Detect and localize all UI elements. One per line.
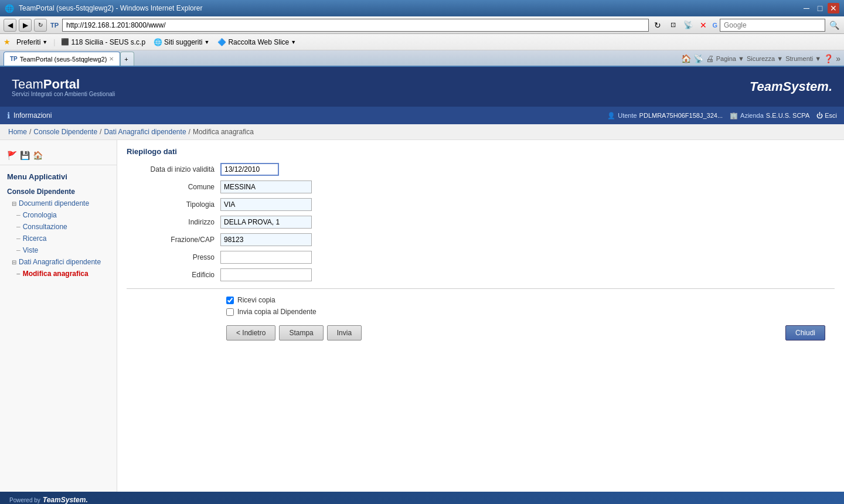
sidebar-modifica-anagrafica[interactable]: – Modifica anagrafica bbox=[0, 268, 117, 280]
input-indirizzo[interactable] bbox=[220, 216, 312, 229]
logout-button[interactable]: ⏻ Esci bbox=[816, 112, 837, 119]
rss-button[interactable]: 📡 bbox=[682, 19, 695, 32]
company-info: 🏢 Azienda S.E.U.S. SCPA bbox=[730, 112, 809, 120]
dash-icon-5: – bbox=[16, 270, 21, 278]
refresh-address-button[interactable]: ↻ bbox=[651, 19, 664, 32]
form-row-data-inizio: Data di inizio validità bbox=[127, 163, 835, 176]
breadcrumb-console[interactable]: Console Dipendente bbox=[33, 128, 97, 136]
breadcrumb-sep-2: / bbox=[100, 128, 101, 136]
back-button-form[interactable]: < Indietro bbox=[226, 325, 275, 340]
ie-favicon: 🌐 bbox=[5, 4, 14, 13]
footer-logo: Powered by TeamSystem. bbox=[9, 496, 88, 504]
main-tab[interactable]: TP TeamPortal (seus-5stqglewg2) ✕ bbox=[4, 52, 120, 66]
sidebar-consultazione[interactable]: – Consultazione bbox=[0, 221, 117, 233]
dash-icon-3: – bbox=[16, 234, 21, 243]
tools-menu-icon[interactable]: Strumenti ▼ bbox=[785, 55, 821, 62]
logout-icon: ⏻ bbox=[816, 112, 823, 119]
browser-titlebar: 🌐 TeamPortal (seus-5stqglewg2) - Windows… bbox=[0, 0, 844, 16]
sidebar-save-icon[interactable]: 💾 bbox=[19, 149, 30, 161]
close-window-button[interactable]: ✕ bbox=[828, 3, 839, 13]
info-icon: ℹ bbox=[7, 111, 10, 120]
close-button[interactable]: Chiudi bbox=[785, 325, 825, 340]
tab-bar: TP TeamPortal (seus-5stqglewg2) ✕ + 🏠 📡 … bbox=[0, 50, 844, 67]
minimize-button[interactable]: ─ bbox=[801, 3, 812, 13]
home-tab-icon[interactable]: 🏠 bbox=[681, 54, 691, 63]
input-data-inizio[interactable] bbox=[220, 163, 279, 176]
form-row-comune: Comune bbox=[127, 181, 835, 193]
stop-button[interactable]: ✕ bbox=[697, 19, 710, 32]
breadcrumb-current: Modifica anagrafica bbox=[193, 128, 254, 136]
label-ricevi-copia[interactable]: Ricevi copia bbox=[237, 296, 275, 304]
logout-label: Esci bbox=[825, 112, 837, 119]
fav-raccolta-web[interactable]: 🔷 Raccolta Web Slice ▼ bbox=[215, 37, 298, 47]
dash-icon-2: – bbox=[16, 223, 21, 231]
fav-118-sicilia[interactable]: ⬛ 118 Sicilia - SEUS s.c.p bbox=[59, 37, 148, 47]
info-label: Informazioni bbox=[13, 111, 52, 120]
expand-dati-icon: ⊟ bbox=[12, 259, 16, 265]
sidebar-console-dipendente[interactable]: Console Dipendente bbox=[0, 186, 117, 197]
button-left-group: < Indietro Stampa Invia bbox=[127, 325, 362, 340]
favorites-bar: ★ Preferiti ▼ | ⬛ 118 Sicilia - SEUS s.c… bbox=[0, 34, 844, 50]
sidebar-viste[interactable]: – Viste bbox=[0, 244, 117, 256]
new-tab-button[interactable]: + bbox=[120, 52, 134, 66]
breadcrumb-bar: Home / Console Dipendente / Dati Anagraf… bbox=[0, 124, 844, 140]
form-row-edificio: Edificio bbox=[127, 268, 835, 281]
input-edificio[interactable] bbox=[220, 268, 312, 281]
google-favicon: G bbox=[712, 22, 717, 29]
help-icon[interactable]: ❓ bbox=[823, 54, 833, 63]
sidebar-cronologia[interactable]: – Cronologia bbox=[0, 209, 117, 221]
fav-icon-1: ⬛ bbox=[61, 38, 69, 46]
sidebar-ricerca[interactable]: – Ricerca bbox=[0, 233, 117, 244]
input-frazione[interactable] bbox=[220, 233, 312, 246]
search-go-button[interactable]: 🔍 bbox=[828, 19, 840, 32]
security-menu-icon[interactable]: Sicurezza ▼ bbox=[747, 55, 783, 62]
label-frazione: Frazione/CAP bbox=[127, 236, 220, 244]
rss-tab-icon[interactable]: 📡 bbox=[693, 54, 703, 63]
form-separator bbox=[127, 288, 835, 289]
tab-close-icon[interactable]: ✕ bbox=[109, 56, 114, 62]
page-menu-icon[interactable]: Pagina ▼ bbox=[716, 55, 744, 62]
address-bar[interactable] bbox=[62, 19, 649, 32]
tab-label: TeamPortal (seus-5stqglewg2) bbox=[20, 56, 107, 63]
checkbox-ricevi-copia[interactable] bbox=[226, 297, 234, 304]
sidebar-documenti[interactable]: ⊟ Documenti dipendente bbox=[0, 197, 117, 209]
divider-1: | bbox=[53, 38, 55, 46]
app-logo: TeamPortal bbox=[12, 77, 115, 92]
refresh-button[interactable]: ↻ bbox=[34, 19, 47, 32]
print-button[interactable]: Stampa bbox=[279, 325, 323, 340]
company-label: Azienda bbox=[740, 112, 764, 119]
send-button[interactable]: Invia bbox=[327, 325, 362, 340]
tp-favicon: TP bbox=[49, 22, 60, 29]
fav-siti-suggeriti[interactable]: 🌐 Siti suggeriti ▼ bbox=[151, 37, 212, 47]
app-footer: Powered by TeamSystem. bbox=[0, 492, 844, 504]
compat-view-button[interactable]: ⊡ bbox=[666, 19, 679, 32]
checkbox-invia-copia[interactable] bbox=[226, 308, 234, 316]
sidebar-flag-icon[interactable]: 🚩 bbox=[6, 149, 18, 161]
forward-button[interactable]: ▶ bbox=[19, 19, 32, 32]
input-presso[interactable] bbox=[220, 251, 312, 264]
back-button[interactable]: ◀ bbox=[4, 19, 16, 32]
print-tab-icon[interactable]: 🖨 bbox=[706, 54, 714, 63]
sidebar-home-icon[interactable]: 🏠 bbox=[32, 149, 43, 161]
section-title: Riepilogo dati bbox=[127, 147, 835, 156]
breadcrumb-dati[interactable]: Dati Anagrafici dipendente bbox=[104, 128, 186, 136]
sidebar-dati-anagrafici[interactable]: ⊟ Dati Anagrafici dipendente bbox=[0, 256, 117, 268]
company-icon: 🏢 bbox=[730, 112, 738, 120]
favorites-star-icon: ★ bbox=[4, 38, 11, 46]
content-area: Riepilogo dati Data di inizio validità C… bbox=[117, 140, 844, 492]
label-invia-copia[interactable]: Invia copia al Dipendente bbox=[237, 308, 316, 316]
expand-icon[interactable]: » bbox=[836, 54, 840, 63]
user-value: PDLMRA75H06F158J_324... bbox=[639, 112, 723, 119]
input-tipologia[interactable] bbox=[220, 198, 312, 211]
form-row-presso: Presso bbox=[127, 251, 835, 264]
input-comune[interactable] bbox=[220, 181, 312, 193]
favorites-label[interactable]: Preferiti ▼ bbox=[14, 37, 50, 47]
maximize-button[interactable]: □ bbox=[814, 3, 826, 13]
label-edificio: Edificio bbox=[127, 271, 220, 279]
fav-dropdown-icon-2: ▼ bbox=[204, 39, 209, 45]
breadcrumb-home[interactable]: Home bbox=[8, 128, 27, 136]
fav-icon-3: 🔷 bbox=[217, 38, 226, 46]
button-row-outer: < Indietro Stampa Invia Chiudi bbox=[127, 325, 835, 340]
sidebar-menu-title: Menu Applicativi bbox=[0, 169, 117, 186]
search-input[interactable] bbox=[720, 19, 825, 32]
